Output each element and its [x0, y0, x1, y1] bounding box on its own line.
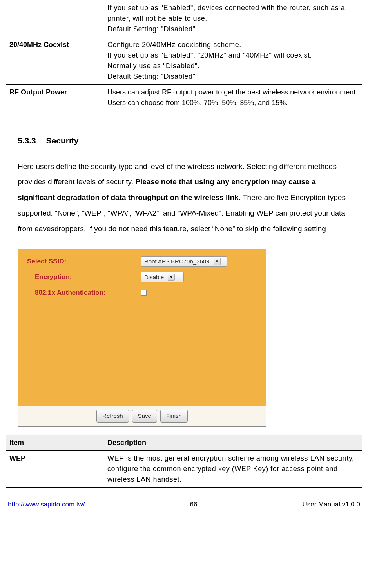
section-number: 5.3.3 [18, 136, 36, 145]
th-item: Item [6, 435, 104, 450]
encryption-description-table: Item Description WEP WEP is the most gen… [6, 435, 362, 488]
select-encryption[interactable]: Disable ▼ [141, 272, 184, 282]
label-8021x: 802.1x Authentication: [27, 288, 141, 298]
section-heading: 5.3.3 Security [18, 134, 362, 147]
row1-desc: Configure 20/40MHz coexisting scheme. If… [104, 37, 362, 85]
finish-button[interactable]: Finish [160, 410, 188, 423]
footer-manual-version: User Manual v1.0.0 [303, 499, 360, 510]
panel-body: Select SSID: Root AP - BRC70n_3609 ▼ Enc… [18, 249, 266, 406]
chevron-down-icon[interactable]: ▼ [214, 258, 221, 265]
page-footer: http://www.sapido.com.tw/ 66 User Manual… [6, 499, 362, 515]
checkbox-8021x[interactable] [141, 290, 147, 296]
security-settings-panel: Select SSID: Root AP - BRC70n_3609 ▼ Enc… [18, 249, 266, 427]
settings-table-top: If you set up as "Enabled", devices conn… [6, 0, 362, 111]
label-select-ssid: Select SSID: [27, 256, 141, 267]
th-description: Description [104, 435, 362, 450]
wep-label: WEP [6, 450, 104, 487]
wep-desc: WEP is the most general encryption schem… [104, 450, 362, 487]
chevron-down-icon[interactable]: ▼ [168, 274, 175, 281]
section-paragraph: Here users define the security type and … [18, 159, 350, 237]
section-title: Security [46, 136, 79, 145]
row0-desc: If you set up as "Enabled", devices conn… [104, 0, 362, 37]
footer-page-number: 66 [190, 499, 198, 510]
row-ssid: Select SSID: Root AP - BRC70n_3609 ▼ [27, 256, 257, 267]
row2-label: RF Output Power [6, 85, 104, 111]
select-ssid[interactable]: Root AP - BRC70n_3609 ▼ [141, 256, 227, 267]
refresh-button[interactable]: Refresh [96, 410, 129, 423]
label-encryption: Encryption: [27, 272, 141, 282]
select-encryption-value: Disable [144, 273, 164, 282]
save-button[interactable]: Save [132, 410, 157, 423]
select-ssid-value: Root AP - BRC70n_3609 [144, 257, 210, 266]
row-encryption: Encryption: Disable ▼ [27, 272, 257, 282]
panel-footer: Refresh Save Finish [18, 406, 266, 426]
row0-label-empty [6, 0, 104, 37]
footer-url[interactable]: http://www.sapido.com.tw/ [8, 499, 85, 510]
row1-label: 20/40MHz Coexist [6, 37, 104, 85]
row2-desc: Users can adjust RF output power to get … [104, 85, 362, 111]
row-8021x: 802.1x Authentication: [27, 288, 257, 298]
